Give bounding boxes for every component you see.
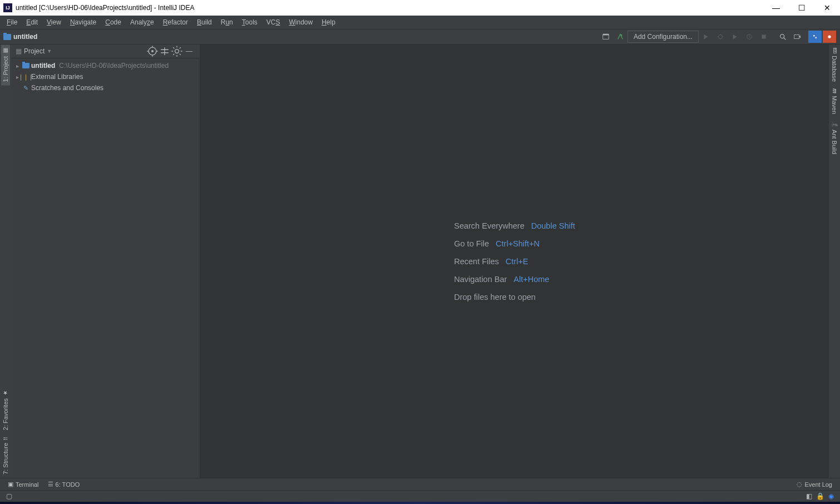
- tree-root-path: C:\Users\HD-06\IdeaProjects\untitled: [59, 62, 169, 70]
- tree-external-libraries[interactable]: ▸ ❘❘❘ External Libraries: [11, 71, 200, 82]
- tab-todo[interactable]: ☰ 6: TODO: [43, 480, 85, 489]
- svg-rect-0: [603, 35, 609, 39]
- editor-area[interactable]: Search Everywhere Double Shift Go to Fil…: [200, 45, 829, 478]
- status-bar: ▢ ◧ 🔒 ◉: [0, 490, 840, 502]
- folder-icon: [3, 34, 11, 40]
- update-project-icon[interactable]: [599, 31, 612, 43]
- lock-icon[interactable]: 🔒: [814, 492, 826, 500]
- minimize-button[interactable]: —: [763, 0, 789, 16]
- right-tool-gutter: 🗄Database mMaven 🐜Ant Build: [829, 45, 840, 478]
- profiler-icon[interactable]: [743, 31, 756, 43]
- menu-file[interactable]: File: [2, 17, 22, 28]
- tree-item-label: External Libraries: [31, 73, 83, 81]
- svg-point-9: [815, 37, 817, 38]
- breadcrumb-text: untitled: [13, 33, 37, 41]
- menu-help[interactable]: Help: [317, 17, 340, 28]
- tree-root-name: untitled: [31, 62, 55, 70]
- menu-analyze[interactable]: Analyze: [126, 17, 159, 28]
- tab-terminal[interactable]: ▣ Terminal: [3, 480, 43, 489]
- bottom-tool-tabs: ▣ Terminal ☰ 6: TODO ◌ Event Log: [0, 478, 840, 490]
- plugin-icon-1[interactable]: [808, 31, 822, 43]
- hide-icon[interactable]: —: [183, 45, 195, 57]
- svg-rect-6: [794, 35, 799, 39]
- svg-point-8: [813, 35, 815, 37]
- run-icon[interactable]: [699, 31, 713, 43]
- tree-item-label: Scratches and Consoles: [31, 84, 103, 92]
- close-button[interactable]: ✕: [814, 0, 840, 16]
- breadcrumb[interactable]: untitled: [3, 33, 37, 41]
- window-title: untitled [C:\Users\HD-06\IdeaProjects\un…: [16, 4, 763, 12]
- menu-code[interactable]: Code: [101, 17, 126, 28]
- expand-arrow-icon[interactable]: ▸: [14, 63, 20, 69]
- gear-icon[interactable]: [171, 45, 183, 57]
- svg-point-5: [780, 34, 784, 38]
- project-view-icon: ▦: [16, 47, 22, 55]
- status-google-icon[interactable]: ◉: [826, 492, 837, 500]
- navigation-bar: untitled Add Configuration...: [0, 29, 840, 45]
- svg-point-13: [151, 50, 154, 52]
- tab-event-log[interactable]: ◌ Event Log: [792, 480, 837, 489]
- tool-windows-icon[interactable]: ▢: [3, 492, 14, 500]
- hint-goto-file: Go to File Ctrl+Shift+N: [454, 239, 575, 248]
- project-panel-title: Project: [24, 47, 45, 55]
- menu-navigate[interactable]: Navigate: [66, 17, 101, 28]
- structure-icon: ⠿: [3, 437, 9, 441]
- chevron-down-icon[interactable]: ▼: [47, 48, 52, 54]
- hint-navigation-bar: Navigation Bar Alt+Home: [454, 275, 575, 284]
- menu-vcs[interactable]: VCS: [262, 17, 285, 28]
- svg-point-14: [175, 50, 179, 53]
- project-tree[interactable]: ▸ untitled C:\Users\HD-06\IdeaProjects\u…: [11, 58, 200, 478]
- svg-rect-7: [813, 34, 818, 39]
- project-tool-window: ▦ Project ▼ — ▸ untitled C:\Users\HD-06\…: [11, 45, 200, 478]
- hint-drop-files: Drop files here to open: [454, 293, 575, 302]
- plugin-icon-2[interactable]: [823, 31, 836, 43]
- tab-structure[interactable]: 7: Structure ⠿: [1, 433, 10, 478]
- app-icon: IJ: [3, 3, 12, 12]
- menu-view[interactable]: View: [42, 17, 66, 28]
- database-icon: 🗄: [831, 48, 838, 53]
- module-folder-icon: [22, 63, 29, 68]
- event-log-icon: ◌: [797, 481, 802, 488]
- hint-recent-files: Recent Files Ctrl+E: [454, 257, 575, 266]
- hint-search-everywhere: Search Everywhere Double Shift: [454, 221, 575, 230]
- todo-icon: ☰: [48, 481, 53, 488]
- coverage-icon[interactable]: [728, 31, 742, 43]
- main: 1: Project ▦ 2: Favorites ★ 7: Structure…: [0, 45, 840, 478]
- menu-run[interactable]: Run: [216, 17, 238, 28]
- tab-project[interactable]: 1: Project ▦: [1, 45, 10, 85]
- tab-favorites[interactable]: 2: Favorites ★: [1, 387, 10, 433]
- status-indicator-icon[interactable]: ◧: [803, 492, 814, 500]
- menu-window[interactable]: Window: [284, 17, 317, 28]
- star-icon: ★: [3, 390, 9, 396]
- tree-root[interactable]: ▸ untitled C:\Users\HD-06\IdeaProjects\u…: [11, 60, 200, 71]
- svg-rect-4: [762, 35, 766, 39]
- left-tool-gutter: 1: Project ▦ 2: Favorites ★ 7: Structure…: [0, 45, 11, 478]
- library-icon: ❘❘❘: [22, 73, 29, 81]
- tree-scratches[interactable]: ▸ ✎ Scratches and Consoles: [11, 82, 200, 93]
- debug-icon[interactable]: [714, 31, 727, 43]
- project-tab-icon: ▦: [3, 48, 9, 54]
- expand-all-icon[interactable]: [159, 45, 171, 57]
- search-icon[interactable]: [776, 31, 789, 43]
- add-configuration-button[interactable]: Add Configuration...: [627, 31, 699, 43]
- editor-hints: Search Everywhere Double Shift Go to Fil…: [454, 221, 575, 302]
- menu-tools[interactable]: Tools: [238, 17, 262, 28]
- stop-icon[interactable]: [757, 31, 770, 43]
- menu-bar: File Edit View Navigate Code Analyze Ref…: [0, 16, 840, 29]
- maximize-button[interactable]: ☐: [789, 0, 814, 16]
- tab-maven[interactable]: mMaven: [830, 85, 839, 117]
- titlebar: IJ untitled [C:\Users\HD-06\IdeaProjects…: [0, 0, 840, 16]
- project-panel-header: ▦ Project ▼ —: [11, 45, 200, 58]
- menu-edit[interactable]: Edit: [22, 17, 42, 28]
- svg-rect-1: [603, 34, 609, 36]
- tab-ant[interactable]: 🐜Ant Build: [830, 117, 839, 157]
- locate-icon[interactable]: [146, 45, 159, 57]
- menu-refactor[interactable]: Refactor: [159, 17, 192, 28]
- build-icon[interactable]: [614, 31, 627, 43]
- menu-build[interactable]: Build: [192, 17, 216, 28]
- ide-settings-icon[interactable]: [790, 31, 804, 43]
- os-taskbar: [0, 502, 840, 504]
- ant-icon: 🐜: [832, 121, 838, 127]
- maven-icon: m: [832, 88, 838, 93]
- tab-database[interactable]: 🗄Database: [830, 45, 839, 85]
